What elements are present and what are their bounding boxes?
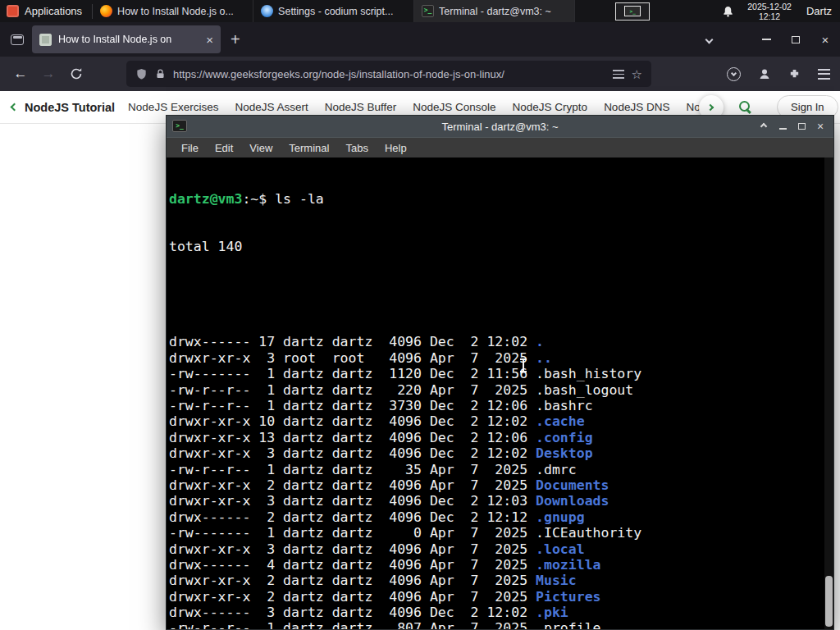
- terminal-title: Terminal - dartz@vm3: ~: [441, 121, 558, 133]
- screen: Applications How to Install Node.js o...…: [0, 0, 840, 630]
- terminal-menu-item[interactable]: View: [241, 142, 281, 154]
- terminal-mini-icon: [624, 6, 641, 16]
- file-name: .: [536, 334, 544, 349]
- taskbar-item[interactable]: How to Install Node.js o...: [93, 0, 253, 22]
- menu-icon[interactable]: [818, 69, 830, 80]
- terminal-scrollbar[interactable]: [824, 158, 833, 629]
- terminal-menu-item[interactable]: File: [173, 142, 207, 154]
- file-meta: drwx------ 17 dartz dartz 4096 Dec 2 12:…: [169, 334, 536, 349]
- back-button[interactable]: ←: [7, 66, 34, 82]
- close-button[interactable]: ×: [814, 120, 827, 133]
- clock-date: 2025-12-02: [747, 2, 792, 11]
- file-meta: -rw-r--r-- 1 dartz dartz 807 Apr 7 2025: [169, 620, 536, 629]
- forward-button[interactable]: →: [34, 66, 62, 82]
- file-name: .mozilla: [536, 557, 600, 573]
- site-nav-link[interactable]: NodeJS Crypto: [513, 101, 588, 113]
- minimize-button[interactable]: [776, 120, 789, 133]
- search-icon[interactable]: [738, 100, 752, 114]
- extensions-icon[interactable]: [788, 68, 801, 80]
- applications-menu[interactable]: Applications: [0, 0, 92, 22]
- window-minimize-button[interactable]: [751, 22, 781, 57]
- terminal-line: -rw-r--r-- 1 dartz dartz 3730 Dec 2 12:0…: [169, 398, 833, 413]
- file-meta: drwx------ 3 dartz dartz 4096 Dec 2 12:0…: [169, 605, 536, 620]
- terminal-line: drwxr-xr-x 3 dartz dartz 4096 Dec 2 12:0…: [169, 445, 833, 461]
- scrollbar-thumb[interactable]: [825, 576, 833, 627]
- taskbar-item-label: Terminal - dartz@vm3: ~: [439, 6, 551, 17]
- file-meta: drwxr-xr-x 3 dartz dartz 4096 Dec 2 12:0…: [169, 493, 536, 509]
- terminal-line: drwxr-xr-x 10 dartz dartz 4096 Dec 2 12:…: [169, 413, 833, 429]
- terminal-icon: [172, 120, 187, 132]
- terminal-menu-item[interactable]: Tabs: [337, 142, 376, 154]
- terminal-line: drwx------ 4 dartz dartz 4096 Apr 7 2025…: [169, 557, 833, 573]
- reader-view-icon[interactable]: [613, 70, 624, 79]
- browser-tab[interactable]: How to Install Node.js on ×: [32, 25, 221, 53]
- terminal-line: drwxr-xr-x 3 root root 4096 Apr 7 2025 .…: [169, 350, 833, 366]
- file-name: .bash_logout: [536, 382, 633, 398]
- browser-tab-bar: How to Install Node.js on × + ×: [0, 22, 840, 57]
- notifications-bell-icon[interactable]: [722, 5, 734, 18]
- terminal-menubar: FileEditViewTerminalTabsHelp: [167, 137, 833, 158]
- taskbar-item-icon: [100, 5, 112, 17]
- reload-button[interactable]: [62, 67, 90, 80]
- pocket-icon[interactable]: [727, 67, 741, 81]
- terminal-menu-item[interactable]: Terminal: [281, 142, 337, 154]
- lock-icon[interactable]: [155, 68, 166, 80]
- firefox-view-icon[interactable]: [11, 34, 24, 45]
- taskbar-item[interactable]: Settings - codium script...: [253, 0, 414, 22]
- url-bar[interactable]: https://www.geeksforgeeks.org/node-js/in…: [126, 61, 651, 87]
- tab-title: How to Install Node.js on: [58, 34, 199, 45]
- file-meta: -rw------- 1 dartz dartz 1120 Dec 2 11:5…: [169, 366, 536, 381]
- terminal-menu-item[interactable]: Edit: [207, 142, 241, 154]
- site-nav-link[interactable]: NodeJS Console: [413, 101, 495, 113]
- file-meta: drwxr-xr-x 3 dartz dartz 4096 Dec 2 12:0…: [169, 445, 536, 461]
- file-meta: -rw------- 1 dartz dartz 0 Apr 7 2025: [169, 525, 536, 541]
- file-name: .ICEauthority: [536, 525, 641, 541]
- clock[interactable]: 2025-12-02 12:12: [747, 2, 792, 21]
- shade-button[interactable]: [757, 120, 770, 133]
- window-maximize-button[interactable]: [781, 22, 810, 57]
- file-name: .bashrc: [536, 398, 593, 413]
- tracking-shield-icon[interactable]: [135, 68, 148, 80]
- system-top-bar: Applications How to Install Node.js o...…: [0, 0, 840, 22]
- terminal-line: drwxr-xr-x 13 dartz dartz 4096 Dec 2 12:…: [169, 430, 833, 445]
- site-nav-link[interactable]: NodeJS Assert: [235, 101, 308, 113]
- window-close-button[interactable]: ×: [810, 22, 840, 57]
- list-all-tabs-icon[interactable]: [706, 37, 712, 43]
- file-name: Documents: [536, 477, 609, 493]
- terminal-line: drwxr-xr-x 2 dartz dartz 4096 Apr 7 2025…: [169, 573, 833, 588]
- file-meta: drwxr-xr-x 3 dartz dartz 4096 Apr 7 2025: [169, 541, 536, 557]
- file-meta: drwx------ 4 dartz dartz 4096 Apr 7 2025: [169, 557, 536, 573]
- terminal-titlebar[interactable]: Terminal - dartz@vm3: ~ ×: [167, 116, 833, 137]
- file-meta: drwxr-xr-x 3 root root 4096 Apr 7 2025: [169, 350, 536, 366]
- file-name: ..: [536, 350, 552, 366]
- prompt-command: :~$ ls -la: [242, 191, 323, 207]
- terminal-output[interactable]: dartz@vm3:~$ ls -la total 140 drwx------…: [167, 158, 833, 629]
- terminal-listing: drwx------ 17 dartz dartz 4096 Dec 2 12:…: [169, 286, 833, 629]
- site-nav-link[interactable]: NodeJS DNS: [604, 101, 669, 113]
- account-icon[interactable]: [758, 67, 771, 80]
- file-name: .profile: [536, 620, 600, 629]
- new-tab-button[interactable]: +: [231, 31, 240, 48]
- user-menu[interactable]: Dartz: [806, 5, 832, 17]
- terminal-line: -rw-r--r-- 1 dartz dartz 807 Apr 7 2025 …: [169, 620, 833, 629]
- site-back-link[interactable]: NodeJS Tutorial: [0, 101, 128, 114]
- workspace-indicator[interactable]: [615, 2, 650, 21]
- applications-icon: [7, 5, 19, 17]
- file-meta: drwxr-xr-x 10 dartz dartz 4096 Dec 2 12:…: [169, 413, 536, 429]
- terminal-line: drwx------ 3 dartz dartz 4096 Dec 2 12:0…: [169, 605, 833, 620]
- clock-time: 12:12: [747, 11, 792, 21]
- site-nav-link[interactable]: NodeJS Buffer: [325, 101, 397, 113]
- maximize-button[interactable]: [795, 120, 808, 133]
- site-back-label: NodeJS Tutorial: [25, 101, 115, 114]
- terminal-menu-item[interactable]: Help: [377, 142, 415, 154]
- url-text[interactable]: https://www.geeksforgeeks.org/node-js/in…: [173, 68, 605, 80]
- file-meta: -rw-r--r-- 1 dartz dartz 35 Apr 7 2025: [169, 462, 536, 477]
- site-nav-link[interactable]: NodeJS Exercises: [128, 101, 218, 113]
- applications-label: Applications: [25, 5, 82, 17]
- file-name: Desktop: [536, 445, 593, 461]
- taskbar-item-icon: [422, 5, 434, 17]
- bookmark-star-icon[interactable]: ☆: [632, 68, 642, 80]
- taskbar-item[interactable]: Terminal - dartz@vm3: ~: [414, 0, 575, 22]
- tab-close-icon[interactable]: ×: [206, 34, 213, 46]
- file-name: Music: [536, 573, 577, 588]
